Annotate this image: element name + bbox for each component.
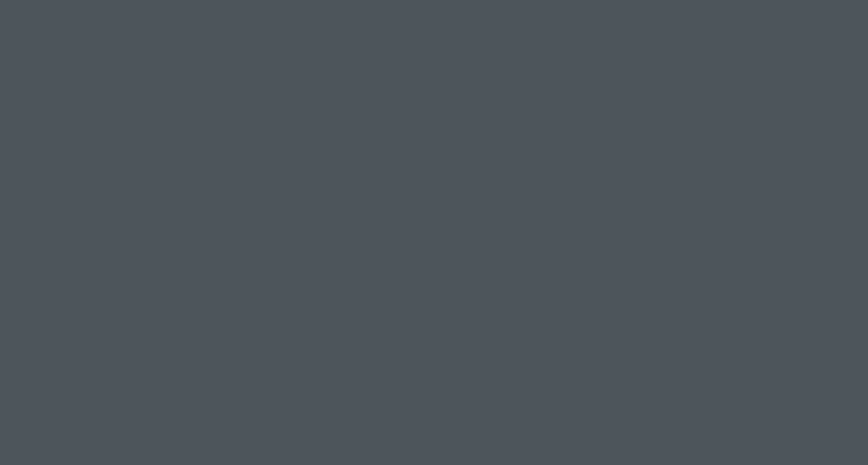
fl-studio-window <box>0 0 868 465</box>
